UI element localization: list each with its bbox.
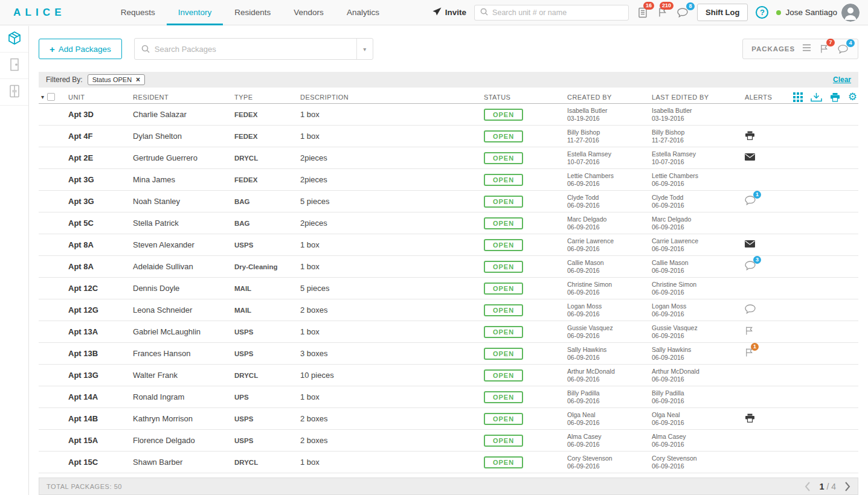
table-row[interactable]: Apt 3G Noah Stanley BAG 5 pieces OPEN Cl… — [39, 191, 858, 212]
alerts-cell — [745, 110, 787, 119]
print-icon[interactable] — [830, 92, 840, 102]
table-row[interactable]: Apt 14B Kathryn Morrison USPS 2 boxes OP… — [39, 408, 858, 430]
edited-date: 06-09-2016 — [652, 419, 745, 426]
global-search-input[interactable] — [492, 8, 623, 17]
packages-search-input[interactable] — [155, 45, 356, 54]
packages-search[interactable]: ▾ — [134, 38, 373, 60]
packages-table: ▾ UNIT RESIDENT TYPE DESCRIPTION STATUS … — [39, 91, 858, 473]
col-header-created-by[interactable]: CREATED BY — [567, 94, 652, 101]
col-header-alerts[interactable]: ALERTS — [745, 94, 787, 101]
resident-cell: Mina James — [133, 175, 234, 184]
table-row[interactable]: Apt 15A Florence Delgado USPS 2 boxes OP… — [39, 430, 858, 452]
printer-icon[interactable] — [745, 131, 755, 140]
created-by-cell: Billy Bishop 11-27-2016 — [567, 129, 652, 143]
table-row[interactable]: Apt 13B Frances Hanson USPS 3 boxes OPEN… — [39, 343, 858, 365]
requests-inbox-icon[interactable]: 16 — [637, 6, 649, 19]
export-icon[interactable] — [811, 92, 822, 102]
invite-button[interactable]: Invite — [432, 7, 466, 18]
description-cell: 1 box — [300, 110, 484, 119]
table-row[interactable]: Apt 5C Stella Patrick BAG 2pieces OPEN M… — [39, 212, 858, 234]
flagged-packages-icon[interactable]: 7 — [818, 43, 829, 55]
table-footer: TOTAL PACKAGES: 50 1 / 4 — [39, 477, 858, 495]
sidebar-item-storage[interactable] — [0, 79, 28, 106]
table-row[interactable]: Apt 14A Ronald Ingram UPS 1 box OPEN Bil… — [39, 386, 858, 408]
table-row[interactable]: Apt 4F Dylan Shelton FEDEX 1 box OPEN Bi… — [39, 126, 858, 147]
printer-icon[interactable] — [745, 414, 755, 423]
chat-icon[interactable]: 3 — [745, 261, 756, 270]
select-all-checkbox[interactable] — [47, 93, 55, 101]
next-page-icon[interactable] — [844, 482, 850, 491]
edited-date: 06-09-2016 — [652, 397, 745, 404]
messages-chat-icon[interactable]: 8 — [676, 7, 689, 19]
list-view-icon[interactable] — [802, 43, 811, 54]
table-body: Apt 3D Charlie Salazar FEDEX 1 box OPEN … — [39, 104, 858, 473]
flag-icon[interactable]: 1 — [745, 348, 753, 357]
table-row[interactable]: Apt 8A Adelaide Sullivan Dry-Cleaning 1 … — [39, 256, 858, 278]
table-row[interactable]: Apt 12G Leona Schneider MAIL 2 boxes OPE… — [39, 299, 858, 321]
page-indicator: 1 / 4 — [819, 482, 836, 491]
grid-view-icon[interactable] — [793, 92, 803, 102]
col-header-status[interactable]: STATUS — [484, 94, 567, 101]
edited-by-name: Callie Mason — [652, 259, 745, 266]
user-menu[interactable]: Jose Santiago — [776, 4, 860, 22]
sidebar-item-packages[interactable] — [0, 26, 28, 53]
table-row[interactable]: Apt 12C Dennis Doyle MAIL 5 pieces OPEN … — [39, 278, 858, 299]
table-header: ▾ UNIT RESIDENT TYPE DESCRIPTION STATUS … — [39, 91, 858, 104]
select-all-dropdown-icon[interactable]: ▾ — [41, 94, 44, 100]
nav-vendors[interactable]: Vendors — [282, 0, 335, 25]
table-row[interactable]: Apt 13A Gabriel McLaughlin USPS 1 box OP… — [39, 321, 858, 343]
global-search[interactable] — [474, 5, 629, 21]
avatar[interactable] — [841, 4, 860, 22]
edited-date: 03-19-2016 — [652, 115, 745, 122]
flag-icon[interactable] — [745, 326, 753, 336]
clear-filters-link[interactable]: Clear — [833, 75, 851, 84]
col-header-unit[interactable]: UNIT — [68, 94, 133, 101]
prev-page-icon[interactable] — [805, 482, 811, 491]
table-row[interactable]: Apt 3G Mina James FEDEX 2pieces OPEN Let… — [39, 169, 858, 191]
table-row[interactable]: Apt 8A Steven Alexander USPS 1 box OPEN … — [39, 234, 858, 256]
col-header-description[interactable]: DESCRIPTION — [300, 94, 484, 101]
status-cell: OPEN — [484, 435, 567, 447]
envelope-icon[interactable] — [745, 240, 755, 248]
add-packages-button[interactable]: + Add Packages — [39, 39, 122, 59]
package-chats-icon[interactable]: 4 — [837, 43, 849, 55]
table-row[interactable]: Apt 13G Walter Frank DRYCL 10 pieces OPE… — [39, 365, 858, 386]
col-header-type[interactable]: TYPE — [234, 94, 300, 101]
created-by-name: Callie Mason — [567, 259, 652, 266]
table-row[interactable]: Apt 2E Gertrude Guerrero DRYCL 2pieces O… — [39, 147, 858, 169]
nav-residents[interactable]: Residents — [223, 0, 282, 25]
help-icon[interactable]: ? — [756, 6, 768, 19]
nav-inventory[interactable]: Inventory — [167, 0, 223, 25]
status-open-filter-tag[interactable]: Status OPEN × — [88, 74, 145, 85]
chat-icon[interactable] — [745, 304, 756, 314]
table-row[interactable]: Apt 15C Shawn Barber DRYCL 1 box OPEN Co… — [39, 452, 858, 473]
nav-requests[interactable]: Requests — [109, 0, 167, 25]
remove-filter-icon[interactable]: × — [136, 75, 140, 84]
shift-log-button[interactable]: Shift Log — [697, 4, 748, 21]
envelope-icon[interactable] — [745, 153, 755, 161]
edited-date: 06-09-2016 — [652, 202, 745, 209]
alice-logo[interactable]: ALICE — [13, 7, 66, 19]
sidebar-item-keys[interactable] — [0, 53, 28, 79]
settings-gear-icon[interactable]: ⚙ — [848, 92, 857, 102]
description-cell: 1 box — [300, 458, 484, 467]
packages-flag-icon[interactable]: 210 — [657, 6, 668, 19]
unit-cell: Apt 3G — [68, 197, 133, 206]
created-by-name: Marc Delgado — [567, 216, 652, 223]
created-by-cell: Carrie Lawrence 06-09-2016 — [567, 237, 652, 252]
table-row[interactable]: Apt 3D Charlie Salazar FEDEX 1 box OPEN … — [39, 104, 858, 126]
created-date: 06-09-2016 — [567, 375, 652, 383]
description-cell: 1 box — [300, 327, 484, 336]
chat-icon[interactable]: 1 — [745, 196, 756, 205]
search-options-dropdown[interactable]: ▾ — [356, 39, 373, 59]
package-cube-icon — [7, 31, 22, 48]
type-cell: DRYCL — [234, 372, 300, 379]
nav-analytics[interactable]: Analytics — [335, 0, 391, 25]
status-cell: OPEN — [484, 152, 567, 164]
edited-date: 06-09-2016 — [652, 332, 745, 339]
col-header-resident[interactable]: RESIDENT — [133, 94, 234, 101]
col-header-last-edited-by[interactable]: LAST EDITED BY — [652, 94, 745, 101]
alerts-cell — [745, 284, 787, 293]
resident-cell: Gabriel McLaughlin — [133, 327, 234, 336]
requests-count-badge: 16 — [643, 2, 654, 10]
